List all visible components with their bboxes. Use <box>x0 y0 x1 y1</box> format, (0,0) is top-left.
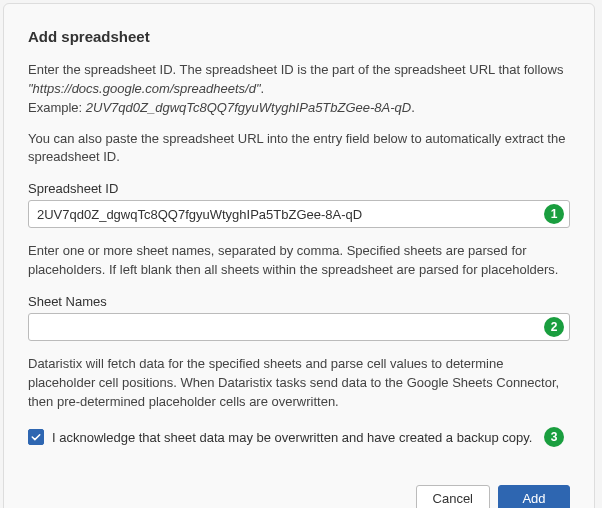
acknowledge-label: I acknowledge that sheet data may be ove… <box>52 430 532 445</box>
sheet-names-row: 2 <box>28 313 570 341</box>
help-sheet-names: Enter one or more sheet names, separated… <box>28 242 570 280</box>
intro-url: "https://docs.google.com/spreadheets/d" <box>28 81 261 96</box>
help-overwrite: Dataristix will fetch data for the speci… <box>28 355 570 412</box>
example-suffix: . <box>411 100 415 115</box>
dialog-footer: Cancel Add <box>28 485 570 508</box>
intro-text-1: Enter the spreadsheet ID. The spreadshee… <box>28 62 563 77</box>
spreadsheet-id-input[interactable] <box>28 200 570 228</box>
sheet-names-label: Sheet Names <box>28 294 570 309</box>
acknowledge-row: I acknowledge that sheet data may be ove… <box>28 429 570 445</box>
cancel-button[interactable]: Cancel <box>416 485 490 508</box>
example-id: 2UV7qd0Z_dgwqTc8QQ7fgyuWtyghIPa5TbZGee-8… <box>86 100 411 115</box>
checkmark-icon <box>30 431 42 443</box>
acknowledge-checkbox[interactable] <box>28 429 44 445</box>
description-intro: Enter the spreadsheet ID. The spreadshee… <box>28 61 570 118</box>
description-intro2: You can also paste the spreadsheet URL i… <box>28 130 570 168</box>
dialog-title: Add spreadsheet <box>28 28 570 45</box>
spreadsheet-id-label: Spreadsheet ID <box>28 181 570 196</box>
example-prefix: Example: <box>28 100 86 115</box>
sheet-names-input[interactable] <box>28 313 570 341</box>
step-badge-3: 3 <box>544 427 564 447</box>
step-badge-2: 2 <box>544 317 564 337</box>
add-button[interactable]: Add <box>498 485 570 508</box>
step-badge-1: 1 <box>544 204 564 224</box>
spreadsheet-id-row: 1 <box>28 200 570 228</box>
intro-text-1-end: . <box>261 81 265 96</box>
add-spreadsheet-dialog: Add spreadsheet Enter the spreadsheet ID… <box>3 3 595 508</box>
